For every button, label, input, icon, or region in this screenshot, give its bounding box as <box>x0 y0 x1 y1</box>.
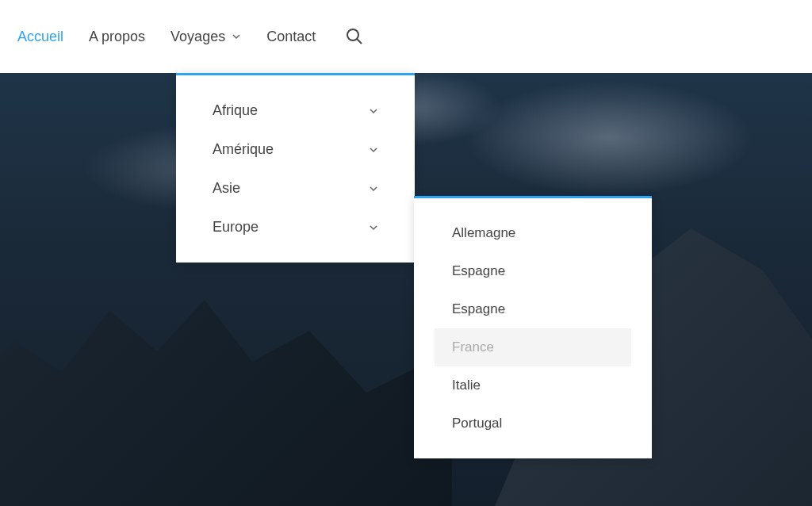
main-navbar: Accueil A propos Voyages Contact <box>0 0 812 73</box>
submenu-item-allemagne[interactable]: Allemagne <box>414 214 652 252</box>
nav-label: Contact <box>266 29 316 45</box>
mountain-front <box>0 300 452 506</box>
submenu-item-espagne-2[interactable]: Espagne <box>414 290 652 328</box>
dropdown-item-afrique[interactable]: Afrique <box>176 91 415 130</box>
nav-label: A propos <box>89 29 145 45</box>
nav-label: Voyages <box>170 29 225 45</box>
submenu-label: France <box>452 339 494 355</box>
dropdown-label: Afrique <box>213 102 258 119</box>
nav-item-voyages[interactable]: Voyages <box>170 29 241 45</box>
voyages-dropdown: Afrique Amérique Asie Europe <box>176 73 415 263</box>
submenu-item-portugal[interactable]: Portugal <box>414 404 652 443</box>
submenu-item-italie[interactable]: Italie <box>414 366 652 404</box>
mountain-scenery <box>0 252 812 506</box>
dropdown-item-europe[interactable]: Europe <box>176 208 415 247</box>
nav-item-accueil[interactable]: Accueil <box>17 29 63 45</box>
submenu-label: Portugal <box>452 416 502 431</box>
europe-submenu: Allemagne Espagne Espagne France Italie … <box>414 196 652 458</box>
submenu-label: Allemagne <box>452 225 515 240</box>
chevron-down-icon <box>369 106 378 116</box>
submenu-label: Espagne <box>452 301 505 316</box>
search-icon[interactable] <box>346 28 363 45</box>
dropdown-item-amerique[interactable]: Amérique <box>176 130 415 169</box>
chevron-down-icon <box>369 223 378 232</box>
dropdown-item-asie[interactable]: Asie <box>176 169 415 208</box>
dropdown-label: Europe <box>213 219 259 236</box>
chevron-down-icon <box>232 32 241 41</box>
svg-line-1 <box>357 39 362 44</box>
chevron-down-icon <box>369 184 378 194</box>
dropdown-label: Amérique <box>213 141 274 158</box>
submenu-label: Espagne <box>452 263 505 278</box>
dropdown-label: Asie <box>213 180 240 197</box>
svg-point-0 <box>347 29 358 40</box>
chevron-down-icon <box>369 145 378 155</box>
nav-label: Accueil <box>17 29 63 45</box>
submenu-item-france[interactable]: France <box>435 328 631 366</box>
submenu-item-espagne[interactable]: Espagne <box>414 252 652 290</box>
nav-item-apropos[interactable]: A propos <box>89 29 145 45</box>
nav-item-contact[interactable]: Contact <box>266 29 316 45</box>
submenu-label: Italie <box>452 378 481 393</box>
